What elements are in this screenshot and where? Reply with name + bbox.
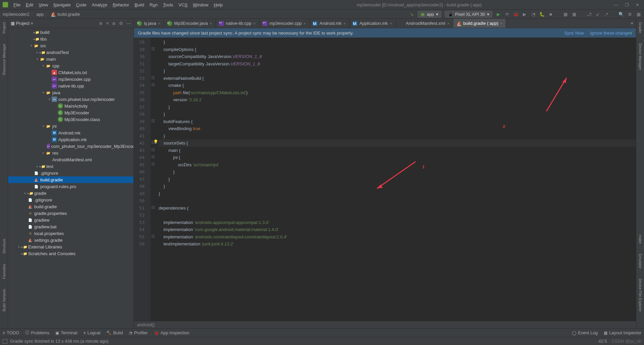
menu-edit[interactable]: Edit xyxy=(24,1,35,8)
tree-item[interactable]: ⛵settings.gradle xyxy=(8,237,133,243)
bottomtab-terminal[interactable]: ▣ Terminal xyxy=(55,330,77,335)
assistant-icon[interactable]: ▦ xyxy=(636,12,641,17)
tree-item[interactable]: ⛵build.gradle xyxy=(8,176,133,183)
menu-run[interactable]: Run xyxy=(148,1,160,8)
close-icon[interactable]: ✕ xyxy=(636,2,639,7)
menu-refactor[interactable]: Refactor xyxy=(111,1,131,8)
close-tab-icon[interactable]: × xyxy=(390,21,392,25)
bottomtab-event-log[interactable]: ◯ Event Log xyxy=(572,330,598,335)
tree-item[interactable]: ▸▸📁test xyxy=(8,163,133,170)
tree-item[interactable]: CMainActivity xyxy=(8,103,133,109)
hide-icon[interactable]: — xyxy=(126,21,131,26)
tree-item[interactable]: CMp3Encoder xyxy=(8,109,133,116)
tree-item[interactable]: c+com_phuket_tour_mp3encoder_Mp3Encoder.… xyxy=(8,143,133,150)
settings-icon[interactable]: ⚙ xyxy=(627,12,633,17)
git-icon[interactable]: ⎇ xyxy=(586,12,592,17)
sidetab-resource-manager[interactable]: Resource Manager xyxy=(2,44,6,75)
tree-item[interactable]: 📄.gitignore xyxy=(8,170,133,176)
menu-navigate[interactable]: Navigate xyxy=(51,1,72,8)
sidetab-favorites[interactable]: Favorites xyxy=(2,264,6,279)
tree-item[interactable]: ▸📁Scratches and Consoles xyxy=(8,250,133,257)
tree-item[interactable]: ▸▸📁androidTest xyxy=(8,49,133,56)
attach-icon[interactable]: 🐛 xyxy=(539,12,545,17)
tree-item[interactable]: 📄.gitignore xyxy=(8,196,133,203)
device-selector[interactable]: 📱Pixel XL API 30▾ xyxy=(445,11,492,18)
sidetab-gradle[interactable]: Gradle xyxy=(638,22,642,33)
tree-item[interactable]: 📄gradlew.bat xyxy=(8,223,133,230)
status-tool-window-icon[interactable] xyxy=(3,339,7,344)
tree-item[interactable]: ▸📁libs xyxy=(8,36,133,42)
code-editor[interactable]: 28 29 30 31 32 33 34 35 36 37 38 39 40 4… xyxy=(134,38,636,321)
sidetab-emulator[interactable]: Emulator xyxy=(638,254,642,269)
tree-item[interactable]: ▾▭com.phuket.tour.mp3encoder xyxy=(8,96,133,103)
avd-icon[interactable]: ▦ xyxy=(563,12,568,17)
maximize-icon[interactable]: ❐ xyxy=(625,2,629,7)
tree-item[interactable]: ▸▸📁gradle xyxy=(8,190,133,196)
debug-icon[interactable]: 🐞 xyxy=(513,12,519,17)
tree-item[interactable]: ▾📂cpp xyxy=(8,62,133,69)
tree-item[interactable]: MApplication.mk xyxy=(8,136,133,143)
editor-tab[interactable]: ⛵build.gradle (:app)× xyxy=(453,19,506,28)
sync-now-link[interactable]: Sync Now xyxy=(564,31,584,36)
editor-breadcrumb[interactable]: android{} xyxy=(134,321,636,328)
editor-tab[interactable]: MApplication.mk× xyxy=(350,19,396,28)
sidetab-project[interactable]: Project xyxy=(2,22,6,34)
close-tab-icon[interactable]: × xyxy=(343,21,345,25)
menu-code[interactable]: Code xyxy=(74,1,89,8)
analysis-ok-icon[interactable]: ✔ xyxy=(630,30,633,35)
bottomtab-problems[interactable]: ⓘ Problems xyxy=(25,330,49,336)
close-tab-icon[interactable]: × xyxy=(447,21,449,25)
tree-item[interactable]: ▲CMakeLists.txt xyxy=(8,69,133,76)
coverage-icon[interactable]: ▶ xyxy=(522,12,527,17)
sdk-icon[interactable]: ▦ xyxy=(572,12,577,17)
menu-tools[interactable]: Tools xyxy=(161,1,175,8)
close-tab-icon[interactable]: × xyxy=(158,21,160,25)
sidetab-device-file-explorer[interactable]: Device File Explorer xyxy=(638,279,642,311)
tree-item[interactable]: c+mp3encoder.cpp xyxy=(8,76,133,82)
sidetab-build-variants[interactable]: Build Variants xyxy=(2,289,6,311)
tree-item[interactable]: ⛵build.gradle xyxy=(8,203,133,210)
caret-position[interactable]: 42:5 xyxy=(598,339,607,344)
stop-icon[interactable]: ■ xyxy=(548,12,553,17)
bottomtab-layout-inspector[interactable]: ▦ Layout Inspector xyxy=(604,330,641,335)
run-config-selector[interactable]: ▣app▾ xyxy=(418,11,441,18)
close-tab-icon[interactable]: × xyxy=(500,21,502,25)
tree-item[interactable]: ▸▸📁External Libraries xyxy=(8,243,133,250)
editor-tab[interactable]: AndroidManifest.xml× xyxy=(396,19,453,28)
tree-item[interactable]: ▾📂main xyxy=(8,56,133,62)
bottomtab-profiler[interactable]: ◔ Profiler xyxy=(129,330,148,335)
breadcrumb-root[interactable]: mp3encoder2 xyxy=(3,12,30,17)
bottomtab-app-inspection[interactable]: 🐞 App Inspection xyxy=(154,330,190,335)
sync-icon[interactable]: ↘ xyxy=(409,12,414,17)
expand-all-icon[interactable]: ≡ xyxy=(106,21,109,26)
menu-analyze[interactable]: Analyze xyxy=(90,1,109,8)
bottomtab-build[interactable]: 🔨 Build xyxy=(106,330,123,335)
menu-vcs[interactable]: VCS xyxy=(176,1,190,8)
editor-tab[interactable]: CMp3Encoder.java× xyxy=(164,19,216,28)
tab-list-icon[interactable]: ▾ xyxy=(628,21,636,26)
tree-item[interactable]: ▾📂jni xyxy=(8,123,133,129)
breadcrumb-module[interactable]: app xyxy=(37,12,44,17)
tree-item[interactable]: 📄proguard-rules.pro xyxy=(8,183,133,190)
tree-item[interactable]: AndroidManifest.xml xyxy=(8,156,133,163)
editor-tab[interactable]: c+native-lib.cpp× xyxy=(216,19,259,28)
project-tree[interactable]: ▸📁build▸📁libs▾📂src▸▸📁androidTest▾📂main▾📂… xyxy=(8,28,133,328)
editor-tab[interactable]: MAndroid.mk× xyxy=(310,19,350,28)
menu-window[interactable]: Window xyxy=(191,1,210,8)
editor-tab[interactable]: c+mp3encoder.cpp× xyxy=(259,19,310,28)
menu-build[interactable]: Build xyxy=(132,1,146,8)
tree-item[interactable]: ⚙local.properties xyxy=(8,230,133,237)
tree-item[interactable]: ▾📂java xyxy=(8,89,133,96)
minimize-icon[interactable]: — xyxy=(614,2,618,7)
source-code[interactable]: } compileOptions { sourceCompatibility J… xyxy=(151,38,636,321)
run-icon[interactable]: ▶ xyxy=(496,12,501,17)
close-tab-icon[interactable]: × xyxy=(254,21,256,25)
close-tab-icon[interactable]: × xyxy=(210,21,212,25)
menu-file[interactable]: File xyxy=(11,1,22,8)
tree-item[interactable]: 📄gradlew xyxy=(8,217,133,223)
tree-item[interactable]: ▸📂res xyxy=(8,150,133,156)
breadcrumb-file[interactable]: build.gradle xyxy=(57,12,80,17)
menu-view[interactable]: View xyxy=(37,1,50,8)
menu-help[interactable]: Help xyxy=(212,1,225,8)
tree-item[interactable]: ▸📁build xyxy=(8,29,133,36)
